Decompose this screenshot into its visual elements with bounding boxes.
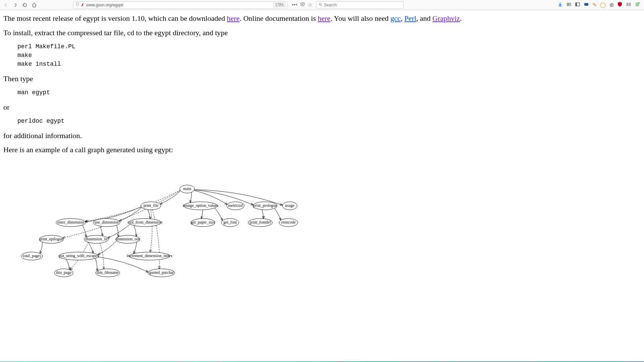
library-icon[interactable] bbox=[566, 2, 572, 8]
perldoc-command: perldoc egypt bbox=[17, 117, 641, 125]
downloads-icon[interactable] bbox=[557, 2, 563, 8]
then-type-paragraph: Then type bbox=[3, 74, 641, 84]
page-content: The most recent release of egypt is vers… bbox=[0, 10, 644, 361]
toolbar-right: ✎ ◯ ⊛ bbox=[557, 2, 642, 8]
intro-paragraph: The most recent release of egypt is vers… bbox=[3, 13, 641, 24]
extension-icon-4[interactable] bbox=[626, 2, 631, 8]
perl-link[interactable]: Perl bbox=[405, 14, 416, 22]
menu-icon[interactable] bbox=[635, 2, 640, 8]
container-icon[interactable] bbox=[584, 2, 589, 8]
zoom-badge[interactable]: 170% bbox=[273, 3, 285, 7]
install-paragraph: To install, extract the compressed tar f… bbox=[3, 28, 641, 38]
url-actions: ••• ☆ bbox=[289, 2, 315, 8]
svg-text:print_prologue: print_prologue bbox=[253, 203, 277, 208]
dots-icon[interactable]: ••• bbox=[292, 2, 298, 8]
pocket-icon[interactable] bbox=[300, 2, 305, 8]
svg-text:dimension_out: dimension_out bbox=[116, 237, 140, 241]
back-button[interactable] bbox=[2, 1, 10, 9]
text: , bbox=[401, 14, 405, 22]
gcc-link[interactable]: gcc bbox=[390, 14, 401, 22]
text: , and bbox=[416, 14, 432, 22]
search-icon bbox=[319, 2, 323, 8]
svg-text:get_paper_size: get_paper_size bbox=[191, 220, 215, 225]
search-input[interactable] bbox=[324, 3, 401, 7]
or-paragraph: or bbox=[3, 102, 641, 113]
svg-text:metrictof: metrictof bbox=[228, 203, 243, 208]
text: . bbox=[460, 14, 462, 22]
call-graph: mainprint_filemunge_option_valuesmetrict… bbox=[3, 165, 641, 285]
extension-icon-2[interactable]: ◯ bbox=[600, 2, 606, 8]
svg-text:this_page: this_page bbox=[56, 270, 71, 275]
ublock-icon[interactable] bbox=[617, 2, 623, 8]
graphviz-link[interactable]: Graphviz bbox=[432, 14, 460, 22]
svg-text:print_fontdef: print_fontdef bbox=[250, 220, 271, 225]
reload-button[interactable] bbox=[21, 1, 29, 9]
address-bar[interactable]: ✗ www.gson.org/egypt/ 170% bbox=[73, 1, 288, 9]
url-text: www.gson.org/egypt/ bbox=[86, 3, 123, 7]
example-paragraph: Here is an example of a call graph gener… bbox=[3, 145, 641, 155]
install-commands: perl Makefile.PL make make install bbox=[17, 42, 641, 68]
svg-text:increment_dimension_index: increment_dimension_index bbox=[127, 253, 173, 258]
graph-svg: mainprint_filemunge_option_valuesmetrict… bbox=[3, 165, 312, 283]
svg-rect-2 bbox=[576, 3, 577, 6]
docs-link[interactable]: here bbox=[318, 14, 330, 22]
additional-info-paragraph: for additional information. bbox=[3, 131, 641, 141]
sidebar-icon[interactable] bbox=[575, 2, 580, 8]
shield-icon bbox=[75, 2, 79, 7]
man-command: man egypt bbox=[17, 88, 641, 97]
forward-button[interactable] bbox=[11, 1, 19, 9]
text: The most recent release of egypt is vers… bbox=[3, 14, 227, 22]
svg-text:use_dimension: use_dimension bbox=[95, 220, 119, 225]
svg-point-4 bbox=[638, 2, 640, 4]
svg-text:exit_from_dimension: exit_from_dimension bbox=[127, 220, 162, 225]
svg-rect-3 bbox=[584, 3, 588, 6]
svg-text:print_epilogue: print_epilogue bbox=[40, 237, 63, 241]
download-link[interactable]: here bbox=[227, 14, 240, 22]
search-bar[interactable] bbox=[316, 1, 404, 9]
extension-icon-1[interactable]: ✎ bbox=[592, 2, 597, 8]
bookmark-star-icon[interactable]: ☆ bbox=[308, 2, 312, 8]
browser-toolbar: ✗ www.gson.org/egypt/ 170% ••• ☆ ✎ ◯ ⊛ bbox=[0, 0, 644, 10]
svg-point-0 bbox=[319, 3, 321, 5]
svg-text:this_filename: this_filename bbox=[97, 270, 118, 275]
svg-text:print_file: print_file bbox=[144, 203, 159, 208]
text: . Online documentation is bbox=[239, 14, 318, 22]
extension-icon-3[interactable]: ⊛ bbox=[609, 2, 614, 8]
svg-text:munge_option_values: munge_option_values bbox=[183, 203, 218, 208]
home-button[interactable] bbox=[30, 1, 38, 9]
svg-text:enter_dimension: enter_dimension bbox=[57, 220, 84, 225]
favicon-icon: ✗ bbox=[81, 3, 84, 7]
svg-text:get_font: get_font bbox=[223, 220, 237, 225]
svg-text:put_string_with_escapes: put_string_with_escapes bbox=[59, 253, 99, 258]
svg-text:total_pages: total_pages bbox=[23, 253, 41, 258]
svg-text:dimension_in: dimension_in bbox=[85, 237, 107, 241]
svg-text:usage: usage bbox=[285, 203, 294, 208]
svg-text:quoted_putchar: quoted_putchar bbox=[149, 270, 174, 275]
text: . You will also need bbox=[330, 14, 390, 22]
svg-text:main: main bbox=[183, 186, 191, 191]
svg-text:reencode: reencode bbox=[281, 220, 296, 225]
